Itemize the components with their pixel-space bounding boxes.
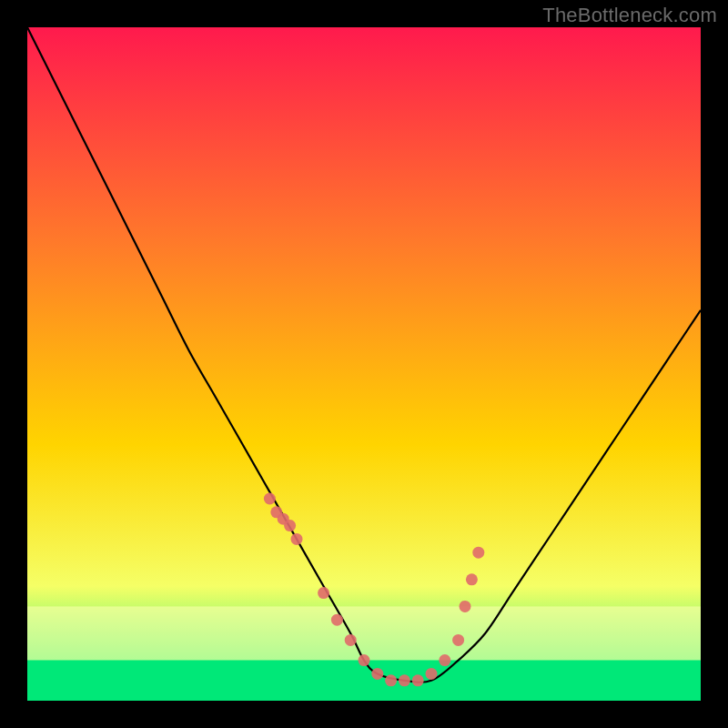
marker-point — [399, 674, 410, 686]
marker-point — [426, 668, 438, 680]
green-band — [27, 661, 701, 701]
marker-point — [412, 674, 424, 686]
chart-svg — [27, 27, 701, 701]
marker-point — [345, 634, 357, 646]
marker-point — [460, 601, 471, 612]
marker-point — [284, 520, 296, 531]
marker-point — [359, 654, 370, 666]
marker-point — [452, 634, 464, 646]
plot-area — [27, 27, 701, 701]
pale-band — [27, 606, 701, 660]
watermark-label: TheBottleneck.com — [542, 4, 717, 27]
marker-point — [264, 493, 276, 505]
marker-point — [291, 533, 303, 545]
marker-point — [439, 654, 450, 666]
marker-point — [371, 668, 383, 680]
marker-point — [472, 547, 484, 559]
marker-point — [385, 674, 397, 686]
marker-point — [331, 614, 343, 626]
gradient-background — [27, 27, 701, 701]
marker-point — [318, 587, 329, 599]
marker-point — [466, 573, 478, 585]
